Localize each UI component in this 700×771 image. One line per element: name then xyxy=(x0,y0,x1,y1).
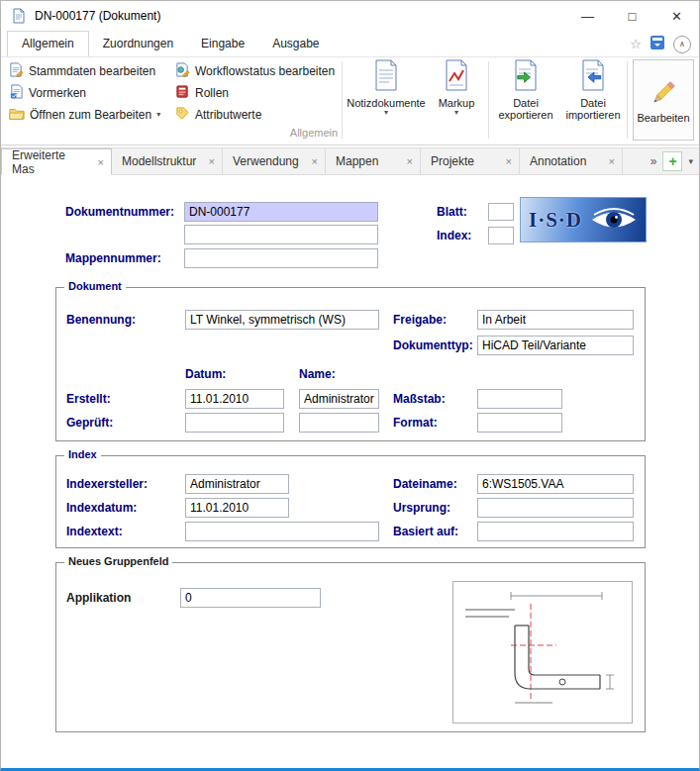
ribbon-group-label: Allgemein xyxy=(1,127,627,139)
close-tab-icon[interactable]: × xyxy=(98,156,104,168)
mappennummer-label: Mappennummer: xyxy=(65,251,161,265)
tab-mappen[interactable]: Mappen × xyxy=(326,148,421,174)
blatt-field[interactable] xyxy=(488,203,514,221)
close-tab-icon[interactable]: × xyxy=(407,155,413,167)
massstab-label: Maßstab: xyxy=(393,392,446,406)
indextext-field[interactable] xyxy=(185,522,379,541)
bearbeiten-button[interactable]: Bearbeiten xyxy=(633,59,694,141)
form-tab-bar: Erweiterte Mas × Modellstruktur × Verwen… xyxy=(1,147,699,175)
tab-annotation[interactable]: Annotation × xyxy=(520,148,623,174)
erstellt-name-field[interactable]: Administrator xyxy=(299,389,379,409)
tab-dropdown-button[interactable]: ▾ xyxy=(688,156,693,166)
tab-overflow-button[interactable]: » xyxy=(650,154,657,168)
datei-importieren-button[interactable]: Datei importieren xyxy=(561,59,625,122)
index-label: Index: xyxy=(437,229,471,242)
minimize-button[interactable]: — xyxy=(565,1,610,31)
indexdatum-field[interactable]: 11.01.2010 xyxy=(185,498,289,518)
ribbon-tab-zuordnungen[interactable]: Zuordnungen xyxy=(89,32,187,56)
isd-logo-text: I·S·D xyxy=(529,208,582,233)
name-column-label: Name: xyxy=(299,367,336,381)
dokumenttyp-label: Dokumenttyp: xyxy=(393,338,473,352)
ribbon-tab-bar: Allgemein Zuordnungen Eingabe Ausgabe xyxy=(1,31,699,56)
notizdokumente-button[interactable]: Notizdokumente ▾ xyxy=(348,59,425,117)
dokumentnummer-label: Dokumentnummer: xyxy=(65,205,174,219)
collapse-ribbon-icon[interactable]: ∧ xyxy=(673,36,691,53)
datei-exportieren-button[interactable]: Datei exportieren xyxy=(494,59,557,122)
close-tab-icon[interactable]: × xyxy=(209,155,215,167)
ribbon-body: Stammdaten bearbeiten Vormerken Öffnen z… xyxy=(1,56,699,145)
tab-erweiterte-mas[interactable]: Erweiterte Mas × xyxy=(1,148,112,175)
chevron-down-icon: ▾ xyxy=(454,109,458,117)
benennung-label: Benennung: xyxy=(66,313,136,327)
benennung-field[interactable]: LT Winkel, symmetrisch (WS) xyxy=(185,310,379,330)
ribbon-display-options-icon[interactable] xyxy=(650,35,665,53)
erstellt-label: Erstellt: xyxy=(66,392,111,406)
stammdaten-bearbeiten-button[interactable]: Stammdaten bearbeiten xyxy=(9,61,155,81)
index-field[interactable] xyxy=(488,227,514,244)
dokumenttyp-field[interactable]: HiCAD Teil/Variante xyxy=(477,336,634,355)
rollen-button[interactable]: Rollen xyxy=(175,83,229,103)
neues-gruppenfeld-group: Neues Gruppenfeld Applikation 0 xyxy=(55,562,646,732)
close-tab-icon[interactable]: × xyxy=(506,155,512,167)
tab-verwendung[interactable]: Verwendung × xyxy=(223,148,326,174)
ribbon-tab-ausgabe[interactable]: Ausgabe xyxy=(258,32,333,56)
ribbon-tab-allgemein[interactable]: Allgemein xyxy=(7,31,89,57)
workflow-status-icon xyxy=(175,62,190,80)
dateiname-label: Dateiname: xyxy=(393,477,457,491)
datum-column-label: Datum: xyxy=(185,367,226,381)
massstab-field[interactable] xyxy=(477,389,562,409)
dokumentnummer-field-2[interactable] xyxy=(184,225,378,244)
dateiname-field[interactable]: 6:WS1505.VAA xyxy=(477,474,634,494)
chevron-down-icon: ▾ xyxy=(384,109,388,117)
basiert-auf-label: Basiert auf: xyxy=(393,525,458,538)
close-tab-icon[interactable]: × xyxy=(609,155,615,167)
ursprung-label: Ursprung: xyxy=(393,501,450,515)
applikation-label: Applikation xyxy=(66,591,131,605)
tab-modellstruktur[interactable]: Modellstruktur × xyxy=(112,148,223,174)
freigabe-label: Freigabe: xyxy=(393,313,447,327)
tab-projekte[interactable]: Projekte × xyxy=(421,148,520,174)
erstellt-datum-field[interactable]: 11.01.2010 xyxy=(185,389,284,409)
gruppenfeld-caption: Neues Gruppenfeld xyxy=(64,555,172,567)
freigabe-field[interactable]: In Arbeit xyxy=(477,310,634,330)
vormerken-button[interactable]: Vormerken xyxy=(9,83,86,103)
indextext-label: Indextext: xyxy=(66,525,123,538)
favorite-star-icon[interactable]: ☆ xyxy=(630,37,642,51)
markup-icon xyxy=(444,59,469,94)
dokumentnummer-field[interactable]: DN-000177 xyxy=(184,202,378,222)
blatt-label: Blatt: xyxy=(437,205,467,219)
markup-button[interactable]: Markup ▾ xyxy=(431,59,482,117)
document-window: DN-000177 (Dokument) — □ ✕ Allgemein Zuo… xyxy=(0,0,700,771)
indexersteller-field[interactable]: Administrator xyxy=(185,474,289,494)
window-title: DN-000177 (Dokument) xyxy=(35,9,160,23)
dokument-group-caption: Dokument xyxy=(64,280,126,292)
attributwerte-button[interactable]: Attributwerte xyxy=(175,105,261,125)
ursprung-field[interactable] xyxy=(477,498,634,518)
import-file-icon xyxy=(580,59,606,94)
document-icon xyxy=(11,8,27,24)
dokument-group: Dokument Benennung: LT Winkel, symmetris… xyxy=(55,287,646,441)
format-field[interactable] xyxy=(477,413,562,433)
indexersteller-label: Indexersteller: xyxy=(66,477,148,491)
add-tab-button[interactable]: + xyxy=(662,151,682,171)
ribbon-tab-eingabe[interactable]: Eingabe xyxy=(187,32,258,56)
geprueft-datum-field[interactable] xyxy=(185,413,284,433)
geprueft-name-field[interactable] xyxy=(299,413,379,433)
format-label: Format: xyxy=(393,416,438,430)
isd-logo: I·S·D xyxy=(520,197,647,242)
oeffnen-zum-bearbeiten-button[interactable]: Öffnen zum Bearbeiten ▾ xyxy=(9,105,160,125)
index-group: Index Indexersteller: Administrator Date… xyxy=(55,455,646,548)
workflowstatus-bearbeiten-button[interactable]: Workflowstatus bearbeiten xyxy=(175,61,335,81)
maximize-button[interactable]: □ xyxy=(610,1,654,31)
ribbon-separator xyxy=(627,61,628,139)
basiert-auf-field[interactable] xyxy=(477,522,634,541)
part-drawing-preview xyxy=(452,581,633,723)
applikation-field[interactable]: 0 xyxy=(180,588,321,608)
open-folder-icon xyxy=(9,107,25,124)
edit-masterdata-icon xyxy=(9,62,24,80)
close-tab-icon[interactable]: × xyxy=(312,155,318,167)
mappennummer-field[interactable] xyxy=(184,248,378,268)
form-area: Dokumentnummer: DN-000177 Blatt: Index: … xyxy=(1,176,699,768)
close-button[interactable]: ✕ xyxy=(654,1,699,31)
roles-icon xyxy=(175,84,190,102)
